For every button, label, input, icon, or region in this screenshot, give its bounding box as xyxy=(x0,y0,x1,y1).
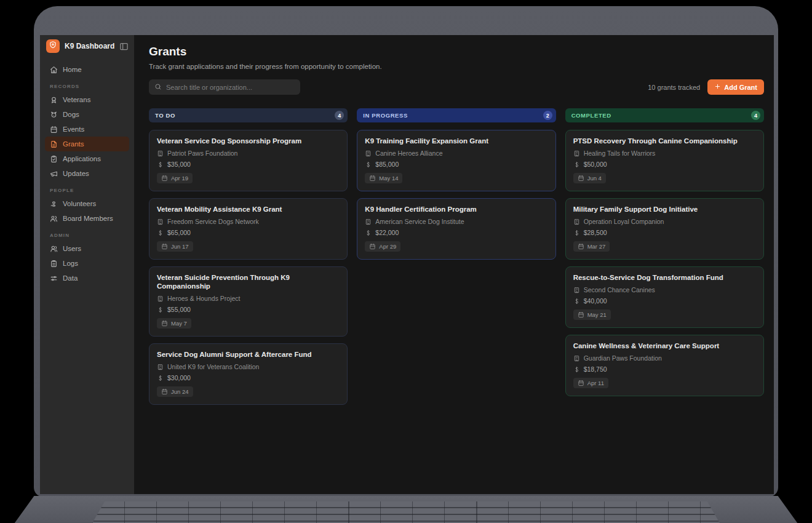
grant-card[interactable]: Veteran Mobility Assistance K9 GrantFree… xyxy=(149,198,348,260)
grant-org-row: Healing Tails for Warriors xyxy=(573,150,756,157)
sidebar-item-label: Volunteers xyxy=(63,200,96,207)
sidebar-item-data[interactable]: Data xyxy=(45,271,129,285)
grant-amount-row: $55,000 xyxy=(157,306,340,313)
grant-date-chip: May 14 xyxy=(365,173,402,183)
building-icon xyxy=(157,295,164,302)
home-icon xyxy=(50,66,58,74)
add-grant-label: Add Grant xyxy=(724,84,757,91)
calendar-icon xyxy=(578,175,584,182)
users-round-icon xyxy=(50,245,58,253)
sidebar-item-events[interactable]: Events xyxy=(45,122,129,137)
building-icon xyxy=(573,355,580,362)
dollar-icon xyxy=(157,161,164,168)
grant-card[interactable]: Veteran Service Dog Sponsorship ProgramP… xyxy=(149,130,348,191)
sidebar-item-label: Applications xyxy=(63,155,101,162)
medal-icon xyxy=(50,96,58,104)
column-title: COMPLETED xyxy=(571,112,751,119)
grant-amount: $18,750 xyxy=(584,365,607,373)
sidebar-item-applications[interactable]: Applications xyxy=(45,151,129,166)
calendar-icon xyxy=(161,388,168,395)
dollar-icon xyxy=(157,375,164,381)
search-box[interactable] xyxy=(149,79,300,95)
grant-card[interactable]: Service Dog Alumni Support & Aftercare F… xyxy=(149,343,348,405)
grant-amount-row: $22,000 xyxy=(365,229,547,236)
grant-amount-row: $50,000 xyxy=(573,161,756,168)
sidebar-item-veterans[interactable]: Veterans xyxy=(45,92,129,107)
nav-section-label: RECORDS xyxy=(50,84,124,89)
grant-title: Service Dog Alumni Support & Aftercare F… xyxy=(157,350,340,359)
grant-org: Patriot Paws Foundation xyxy=(167,150,237,157)
grant-date-chip: May 7 xyxy=(157,318,191,329)
sidebar-item-label: Events xyxy=(63,126,84,133)
sidebar-collapse-button[interactable] xyxy=(119,42,129,51)
building-icon xyxy=(573,218,580,225)
sidebar-item-volunteers[interactable]: Volunteers xyxy=(45,196,129,211)
sidebar-item-dogs[interactable]: Dogs xyxy=(45,107,129,122)
dollar-icon xyxy=(365,230,372,236)
sidebar-item-grants[interactable]: Grants xyxy=(45,137,129,151)
laptop-keyboard-deck xyxy=(0,496,812,523)
building-icon xyxy=(573,287,580,293)
grant-title: K9 Training Facility Expansion Grant xyxy=(365,137,547,145)
grant-card[interactable]: Canine Wellness & Veterinary Care Suppor… xyxy=(565,335,764,396)
sidebar-item-updates[interactable]: Updates xyxy=(45,166,129,181)
page-title: Grants xyxy=(149,45,764,58)
grant-org: Second Chance Canines xyxy=(584,286,655,293)
grant-org: United K9 for Veterans Coalition xyxy=(167,363,259,370)
grant-date: Apr 11 xyxy=(587,380,604,386)
search-input[interactable] xyxy=(166,84,295,91)
grant-amount-row: $65,000 xyxy=(157,229,340,236)
building-icon xyxy=(157,150,164,157)
column-count-badge: 2 xyxy=(543,111,552,120)
column-title: TO DO xyxy=(155,112,335,119)
sidebar-item-logs[interactable]: Logs xyxy=(45,256,129,271)
laptop-keyboard xyxy=(92,501,720,523)
grant-org-row: Operation Loyal Companion xyxy=(573,218,756,225)
building-icon xyxy=(157,218,164,225)
grant-title: Canine Wellness & Veterinary Care Suppor… xyxy=(573,341,756,350)
grant-org-row: Guardian Paws Foundation xyxy=(573,354,756,362)
grant-amount-row: $18,750 xyxy=(573,365,756,373)
dollar-icon xyxy=(157,230,164,236)
grant-card[interactable]: Military Family Support Dog InitiativeOp… xyxy=(565,198,764,260)
grant-date-chip: Apr 29 xyxy=(365,241,400,252)
grant-org-row: United K9 for Veterans Coalition xyxy=(157,363,340,370)
grant-org-row: Patriot Paws Foundation xyxy=(157,150,340,157)
search-icon xyxy=(154,82,162,93)
column-header-in_progress: IN PROGRESS2 xyxy=(357,108,555,122)
add-grant-button[interactable]: Add Grant xyxy=(707,79,764,95)
sidebar-item-label: Veterans xyxy=(63,96,90,103)
grant-card[interactable]: Rescue-to-Service Dog Transformation Fun… xyxy=(565,266,764,328)
grant-org: Guardian Paws Foundation xyxy=(584,354,662,362)
grant-date: Apr 19 xyxy=(171,175,188,182)
toolbar: 10 grants tracked Add Grant xyxy=(149,79,764,95)
grant-amount: $85,000 xyxy=(375,161,399,168)
main-content: Grants Track grant applications and thei… xyxy=(134,35,774,494)
column-completed: COMPLETED4PTSD Recovery Through Canine C… xyxy=(565,108,764,396)
sidebar-item-users[interactable]: Users xyxy=(45,241,129,256)
panel-left-icon xyxy=(119,42,129,53)
dollar-icon xyxy=(573,366,580,373)
sidebar-item-home[interactable]: Home xyxy=(45,62,129,77)
grant-date-chip: Jun 17 xyxy=(157,241,193,252)
sidebar-item-label: Grants xyxy=(63,140,84,148)
grant-card[interactable]: K9 Handler Certification ProgramAmerican… xyxy=(357,198,555,260)
grant-org-row: Heroes & Hounds Project xyxy=(157,295,340,302)
grant-card[interactable]: Veteran Suicide Prevention Through K9 Co… xyxy=(149,266,348,337)
sidebar-item-board-members[interactable]: Board Members xyxy=(45,211,129,226)
grant-card[interactable]: PTSD Recovery Through Canine Companionsh… xyxy=(565,130,764,191)
grant-date: Mar 27 xyxy=(587,243,606,250)
page-subtitle: Track grant applications and their progr… xyxy=(149,63,764,70)
megaphone-icon xyxy=(50,170,58,178)
grant-date-chip: Apr 11 xyxy=(573,378,608,388)
column-in_progress: IN PROGRESS2K9 Training Facility Expansi… xyxy=(357,108,555,260)
dollar-icon xyxy=(157,306,164,313)
grant-date-chip: Apr 19 xyxy=(157,173,193,183)
calendar-icon xyxy=(578,243,584,250)
grant-amount: $65,000 xyxy=(167,229,191,236)
grant-date: Jun 24 xyxy=(171,388,189,395)
nav-section-label: PEOPLE xyxy=(50,188,124,193)
calendar-icon xyxy=(161,175,168,182)
grant-title: PTSD Recovery Through Canine Companionsh… xyxy=(573,137,756,145)
grant-card[interactable]: K9 Training Facility Expansion GrantCani… xyxy=(357,130,555,191)
